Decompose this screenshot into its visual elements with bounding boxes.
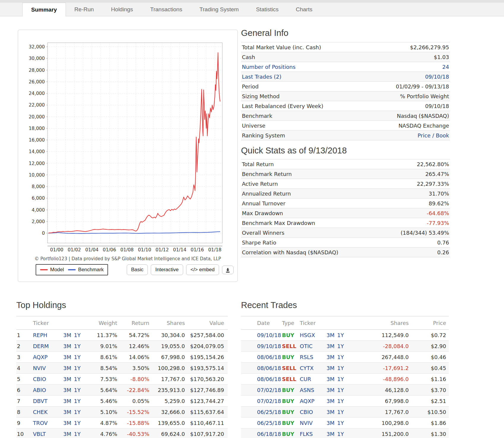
range-link-1y[interactable]: 1Y <box>337 354 344 360</box>
range-link-1y[interactable]: 1Y <box>337 387 344 393</box>
range-link-3m[interactable]: 3M <box>63 354 71 360</box>
range-link-1y[interactable]: 1Y <box>337 420 344 426</box>
range-link-3m[interactable]: 3M <box>63 420 71 426</box>
trade-type: BUY <box>282 420 294 426</box>
trade-date-link[interactable]: 06/25/18 <box>257 420 281 426</box>
ticker-link[interactable]: RSLS <box>300 354 313 360</box>
range-link-1y[interactable]: 1Y <box>337 398 344 404</box>
ticker-link[interactable]: AQXP <box>33 354 47 360</box>
trade-date-link[interactable]: 06/18/18 <box>257 431 281 437</box>
trade-date-link[interactable]: 09/10/18 <box>257 332 281 338</box>
trade-date-link[interactable]: 07/02/18 <box>257 398 281 404</box>
ticker-link[interactable]: HSGX <box>300 332 315 338</box>
ticker-link[interactable]: CYTX <box>300 365 314 371</box>
svg-text:12,000: 12,000 <box>29 161 45 166</box>
download-button[interactable] <box>222 266 234 274</box>
range-link-1y[interactable]: 1Y <box>74 420 80 426</box>
ticker-link[interactable]: DBVT <box>33 398 47 404</box>
tab-holdings[interactable]: Holdings <box>102 3 142 16</box>
range-link-3m[interactable]: 3M <box>327 376 335 382</box>
range-link-3m[interactable]: 3M <box>63 409 71 415</box>
range-link-1y[interactable]: 1Y <box>74 431 80 437</box>
svg-text:4,000: 4,000 <box>32 207 45 213</box>
ticker-link[interactable]: CBIO <box>300 409 313 415</box>
ticker-link[interactable]: TROV <box>33 420 48 426</box>
info-row: Annual Turnover89.62% <box>241 198 450 208</box>
range-link-1y[interactable]: 1Y <box>337 332 344 338</box>
range-link-3m[interactable]: 3M <box>327 354 335 360</box>
tab-re-run[interactable]: Re-Run <box>66 3 102 16</box>
info-row: Benchmark Max Drawdown-77.93% <box>241 218 450 228</box>
range-link-3m[interactable]: 3M <box>327 343 335 349</box>
range-link-1y[interactable]: 1Y <box>74 354 80 360</box>
ticker-link[interactable]: VBLT <box>33 431 46 437</box>
range-link-3m[interactable]: 3M <box>327 431 335 437</box>
range-link-3m[interactable]: 3M <box>327 365 335 371</box>
ticker-link[interactable]: NVIV <box>300 420 313 426</box>
tab-summary[interactable]: Summary <box>22 3 66 16</box>
ticker-link[interactable]: ABIO <box>33 387 46 393</box>
range-link-1y[interactable]: 1Y <box>74 409 80 415</box>
value: $204,079.05 <box>190 343 224 349</box>
range-link-1y[interactable]: 1Y <box>74 398 80 404</box>
ticker-link[interactable]: CUR <box>300 376 311 382</box>
range-link-3m[interactable]: 3M <box>327 409 335 415</box>
chart-legend: Model Benchmark <box>36 264 108 275</box>
svg-text:20,000: 20,000 <box>29 114 45 120</box>
range-link-3m[interactable]: 3M <box>63 332 71 338</box>
info-value[interactable]: Price / Book <box>418 132 449 139</box>
range-link-1y[interactable]: 1Y <box>74 343 80 349</box>
table-row: 5CBIO3M1Y7.53%-8.80%17,767.0$170,563.20 <box>16 374 228 385</box>
info-label[interactable]: Number of Positions <box>242 64 296 70</box>
shares: 46,128.0 <box>385 387 409 393</box>
range-link-3m[interactable]: 3M <box>327 387 335 393</box>
range-link-1y[interactable]: 1Y <box>74 365 80 371</box>
ticker-link[interactable]: CHEK <box>33 409 47 415</box>
ticker-link[interactable]: ASNS <box>300 387 314 393</box>
trade-date-link[interactable]: 08/06/18 <box>257 354 281 360</box>
embed-button[interactable]: </> embed <box>186 264 219 275</box>
range-link-3m[interactable]: 3M <box>63 376 71 382</box>
range-link-3m[interactable]: 3M <box>63 431 71 437</box>
range-link-1y[interactable]: 1Y <box>74 387 80 393</box>
shares: 100,298.0 <box>158 365 185 371</box>
basic-button[interactable]: Basic <box>127 264 148 275</box>
ticker-link[interactable]: REPH <box>33 332 47 338</box>
range-link-3m[interactable]: 3M <box>63 365 71 371</box>
range-link-3m[interactable]: 3M <box>63 343 71 349</box>
range-link-1y[interactable]: 1Y <box>337 365 344 371</box>
trade-date-link[interactable]: 06/25/18 <box>257 409 281 415</box>
range-link-1y[interactable]: 1Y <box>337 431 344 437</box>
info-row: Sharpe Ratio0.76 <box>241 237 450 247</box>
ticker-link[interactable]: AQXP <box>300 398 314 404</box>
range-link-3m[interactable]: 3M <box>327 420 335 426</box>
info-label[interactable]: Last Trades (2) <box>242 74 281 80</box>
tab-charts[interactable]: Charts <box>287 3 321 16</box>
info-value[interactable]: 09/10/18 <box>425 74 449 80</box>
info-value[interactable]: 24 <box>442 64 449 70</box>
range-link-1y[interactable]: 1Y <box>337 376 344 382</box>
tab-trading-system[interactable]: Trading System <box>191 3 247 16</box>
trade-date-link[interactable]: 08/06/18 <box>257 365 281 371</box>
range-link-1y[interactable]: 1Y <box>337 343 344 349</box>
trade-date-link[interactable]: 09/10/18 <box>257 343 281 349</box>
trade-date-link[interactable]: 07/02/18 <box>257 387 281 393</box>
ticker-link[interactable]: FLKS <box>300 431 313 437</box>
interactive-button[interactable]: Interactive <box>151 264 183 275</box>
tab-transactions[interactable]: Transactions <box>142 3 191 16</box>
range-link-1y[interactable]: 1Y <box>74 376 80 382</box>
range-link-3m[interactable]: 3M <box>327 332 335 338</box>
range-link-3m[interactable]: 3M <box>63 387 71 393</box>
ticker-link[interactable]: DERM <box>33 343 49 349</box>
range-link-3m[interactable]: 3M <box>327 398 335 404</box>
range-link-1y[interactable]: 1Y <box>74 332 80 338</box>
col-shares: Shares <box>167 320 185 326</box>
range-link-1y[interactable]: 1Y <box>337 409 344 415</box>
range-link-3m[interactable]: 3M <box>63 398 71 404</box>
tab-statistics[interactable]: Statistics <box>247 3 287 16</box>
table-row: 8CHEK3M1Y5.10%-15.52%32,666.0$115,637.64 <box>16 407 228 418</box>
trade-date-link[interactable]: 08/06/18 <box>257 376 281 382</box>
ticker-link[interactable]: OTIC <box>300 343 313 349</box>
ticker-link[interactable]: CBIO <box>33 376 46 382</box>
ticker-link[interactable]: NVIV <box>33 365 46 371</box>
